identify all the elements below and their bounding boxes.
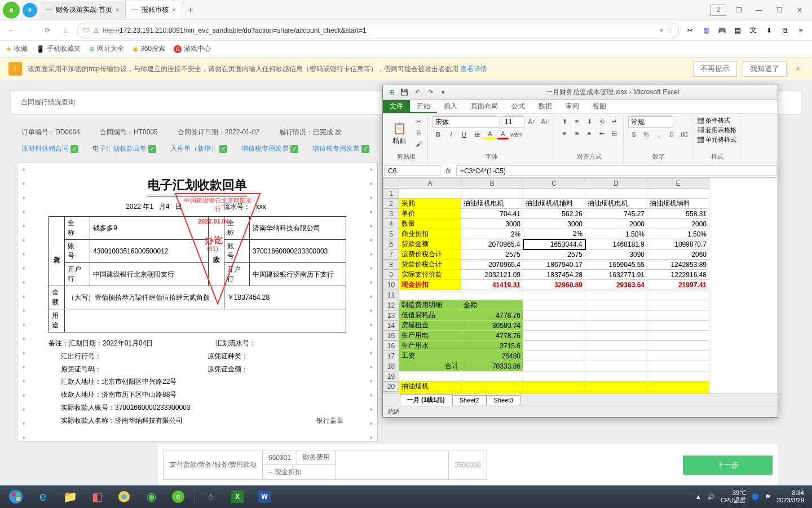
doc-link[interactable]: 电子汇划收款回单✓ [92,144,156,154]
redo-icon[interactable]: ↷ [425,87,435,98]
chrome-icon[interactable] [111,487,138,507]
formula-input[interactable] [456,165,776,176]
ribbon-tab-review[interactable]: 审阅 [559,100,586,113]
merge-icon[interactable]: ⊟ [608,128,620,138]
save-icon[interactable]: 💾 [399,87,409,98]
fx-icon[interactable]: fx [442,164,455,177]
grow-font-icon[interactable]: A↑ [526,116,537,126]
indent-dec-icon[interactable]: ⇤ [596,128,607,138]
qat-more-icon[interactable]: ▾ [438,87,448,98]
grid-icon[interactable]: ▦ [699,24,713,37]
download-icon[interactable]: ⬇ [762,24,776,37]
copy-icon[interactable]: ⎘ [413,128,424,138]
url-input[interactable]: 🛡 ⚠ http://172.23.191.210:8091/nin_evc_s… [77,23,679,38]
browser-tab-1[interactable]: 〰 财务决策实战-首页 × [40,2,126,19]
dec-decimal-icon[interactable]: .00 [678,129,689,139]
dropdown-icon[interactable]: ▾ [660,27,663,34]
phonetic-icon[interactable]: wén [510,129,522,139]
translate-icon[interactable]: 文 [747,24,760,37]
temp-widget[interactable]: 39℃ CPU温度 [721,489,746,504]
tray-icon[interactable]: ⚑ [765,493,771,501]
align-middle-icon[interactable]: ≡ [571,116,582,126]
star-icon[interactable]: ☆ [667,27,673,34]
sheet-tab[interactable]: Sheet2 [452,395,487,405]
wrap-icon[interactable]: ↵ [608,116,620,126]
ribbon-tab-insert[interactable]: 插入 [437,100,464,113]
close-icon[interactable]: × [172,6,176,14]
acknowledge-button[interactable]: 我知道了 [743,61,787,77]
close-icon[interactable]: ✕ [792,5,807,16]
align-top-icon[interactable]: ⬆ [559,116,570,126]
ribbon-tab-view[interactable]: 视图 [586,100,613,113]
currency-icon[interactable]: $ [628,129,639,139]
ribbon-tab-file[interactable]: 文件 [383,100,410,113]
clock[interactable]: 8:34 2023/3/29 [776,489,804,504]
table-format-button[interactable]: ▦ 套用表格格 [698,126,736,134]
ribbon-tab-formula[interactable]: 公式 [505,100,532,113]
doc-link[interactable]: 原材料供销合同✓ [21,144,78,154]
next-button[interactable]: 下一步 [683,456,773,475]
font-size-input[interactable] [502,116,524,128]
paste-button[interactable]: 📋粘贴 [388,116,411,150]
orientation-icon[interactable]: ⟲ [596,116,607,126]
comma-icon[interactable]: , [653,129,664,139]
forward-icon[interactable]: → [23,24,36,37]
inc-decimal-icon[interactable]: .0 [665,129,677,139]
cut-icon[interactable]: ✂ [413,116,424,126]
maximize-icon[interactable]: ☐ [771,5,787,16]
browser-icon[interactable]: e [165,487,192,507]
doc-link[interactable]: 入库单（新增）✓ [170,144,227,154]
dismiss-forever-button[interactable]: 不再提示 [693,61,737,77]
excel-taskbar-icon[interactable]: X [224,487,251,507]
back-icon[interactable]: ← [5,24,18,37]
shrink-font-icon[interactable]: A↓ [539,116,550,126]
ribbon-tab-layout[interactable]: 页面布局 [464,100,505,113]
fill-color-icon[interactable]: A [484,129,496,139]
excel-titlebar[interactable]: ⊞ 💾 ↶ ↷ ▾ 一月财务总监成本管理.xlsx - Microsoft Ex… [383,85,778,100]
app-icon[interactable]: ▤ [731,24,744,37]
restore-icon[interactable]: ❐ [731,5,747,16]
bookmarks-label[interactable]: ★收藏 [6,44,28,54]
sheet-tab[interactable]: Sheet3 [487,395,521,405]
border-icon[interactable]: ⊞ [471,129,483,139]
new-tab-button[interactable]: + [182,5,199,15]
cond-format-button[interactable]: ▦ 条件格式 [698,116,730,125]
pip-icon[interactable]: ⧉ [778,24,792,37]
home-icon[interactable]: ⌂ [59,24,72,37]
undo-icon[interactable]: ↶ [412,87,422,98]
bookmark-item[interactable]: 📱手机收藏夹 [36,44,81,54]
sheet-tab[interactable]: 一月 (1线1品) [400,394,452,406]
align-center-icon[interactable]: ≡ [571,128,582,138]
font-name-input[interactable] [433,116,500,128]
font-color-icon[interactable]: A [497,129,509,139]
menu-icon[interactable]: ≡ [794,24,807,37]
telegram-icon[interactable]: ✈ [23,3,37,17]
close-icon[interactable]: × [792,65,804,73]
reload-icon[interactable]: ⟳ [41,24,54,37]
format-painter-icon[interactable]: 🖌 [413,139,424,149]
tray-icon[interactable]: 🔵 [752,493,760,501]
task-icon[interactable]: ⎙ [197,487,224,507]
bookmark-item[interactable]: ⊕网址大全 [89,44,124,54]
word-taskbar-icon[interactable]: W [251,487,278,507]
ribbon-tab-data[interactable]: 数据 [532,100,559,113]
percent-icon[interactable]: % [641,129,652,139]
ribbon-tab-home[interactable]: 开始 [410,100,437,113]
cell-style-button[interactable]: ▦ 单元格样式 [698,135,736,144]
doc-link[interactable]: 增值税专用发票✓ [312,144,369,154]
tray-up-icon[interactable]: ▲ [695,493,701,500]
close-icon[interactable]: × [116,6,120,14]
volume-icon[interactable]: 🔊 [707,493,715,501]
italic-icon[interactable]: I [445,129,457,139]
app-icon[interactable]: ◧ [83,487,111,507]
start-button[interactable] [2,487,29,507]
explorer-icon[interactable]: 📁 [56,487,83,507]
align-bottom-icon[interactable]: ⬇ [584,116,595,126]
game-icon[interactable]: 🎮 [715,24,729,37]
minimize-icon[interactable]: — [751,5,767,16]
app-icon[interactable]: ◉ [138,487,165,507]
warning-link[interactable]: 查看详情 [460,65,487,73]
cut-icon[interactable]: ✂ [683,24,697,37]
bookmark-item[interactable]: ◉360搜索 [133,44,165,54]
align-right-icon[interactable]: ≡ [584,128,595,138]
